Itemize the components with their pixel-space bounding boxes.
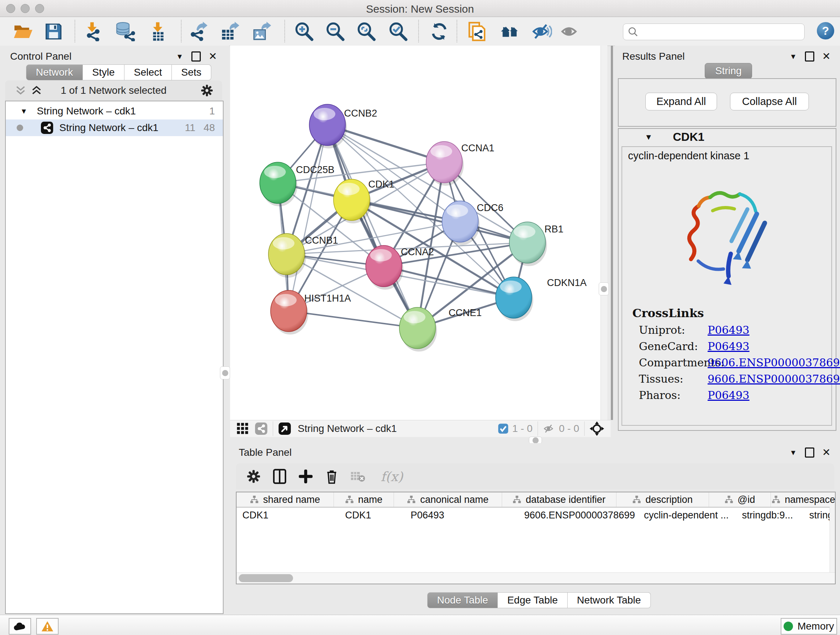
network-canvas[interactable]: CCNB2CCNA1CDC25BCDK1CDC6RB1CCNB1CCNA2CDK…	[230, 46, 600, 420]
warning-button[interactable]	[36, 618, 58, 635]
collapse-all-button[interactable]: Collapse All	[730, 93, 809, 111]
show-columns-icon[interactable]	[271, 468, 288, 485]
zoom-selected-button[interactable]	[388, 21, 408, 42]
apply-layout-button[interactable]	[429, 21, 449, 42]
column-header-namespace[interactable]: namespace	[771, 492, 836, 507]
results-panel-menu-icon[interactable]: ▼	[790, 52, 797, 61]
tab-network-table[interactable]: Network Table	[568, 592, 651, 608]
export-network-button[interactable]	[188, 21, 208, 42]
network-node-CCNA2[interactable]: CCNA2	[366, 245, 434, 290]
right-splitter-handle[interactable]	[599, 282, 609, 295]
network-node-CDC25B[interactable]: CDC25B	[260, 162, 335, 206]
help-icon[interactable]: ?	[817, 22, 834, 40]
show-graphics-details-button[interactable]	[560, 21, 580, 42]
network-edge-CCNA1-CCNE1[interactable]	[417, 162, 444, 328]
network-view-icon[interactable]	[255, 422, 268, 435]
home-button[interactable]	[500, 21, 520, 42]
table-horizontal-scrollbar[interactable]	[237, 572, 835, 584]
gene-section-header[interactable]: ▼ CDK1	[619, 129, 836, 146]
copy-network-button[interactable]	[467, 21, 488, 42]
column-header-id[interactable]: @id	[709, 492, 771, 507]
grid-view-icon[interactable]	[237, 423, 249, 435]
cloud-button[interactable]	[9, 618, 31, 635]
control-panel-close-icon[interactable]: ✕	[209, 51, 217, 62]
scrollbar-thumb[interactable]	[239, 574, 293, 582]
table-mode-gear-icon[interactable]	[245, 468, 262, 485]
table-vertical-scrollbar[interactable]	[829, 507, 835, 573]
crosslink-link[interactable]: P06493	[707, 324, 750, 336]
network-node-RB1[interactable]: RB1	[509, 222, 564, 266]
crosslink-link[interactable]: 9606.ENSP00000378699	[707, 356, 840, 369]
gene-expander-icon[interactable]: ▼	[645, 133, 653, 142]
horizontal-splitter-handle[interactable]	[529, 437, 542, 444]
export-table-button[interactable]	[220, 21, 240, 42]
attribute-type-icon	[345, 495, 354, 504]
table-panel-float-icon[interactable]	[805, 448, 814, 458]
network-row[interactable]: String Network – cdk1 11 48	[6, 119, 223, 136]
export-image-button[interactable]	[252, 21, 272, 42]
birdseye-view-icon[interactable]	[590, 421, 604, 436]
tab-node-table[interactable]: Node Table	[427, 592, 498, 608]
network-collection-row[interactable]: ▼ String Network – cdk1 1	[6, 103, 223, 119]
tab-style[interactable]: Style	[83, 65, 125, 80]
column-header-canonicalname[interactable]: canonical name	[394, 492, 502, 507]
save-session-button[interactable]	[43, 21, 64, 42]
column-header-name[interactable]: name	[334, 492, 394, 507]
column-header-sharedname[interactable]: shared name	[237, 492, 334, 507]
crosslink-row: GeneCard:P06493	[639, 340, 840, 353]
network-list-toolbar: 1 of 1 Network selected	[5, 80, 222, 101]
results-tab-string[interactable]: String	[705, 63, 752, 79]
tab-edge-table[interactable]: Edge Table	[498, 592, 568, 608]
delete-columns-trash-icon[interactable]	[324, 468, 340, 485]
toolbar-separator	[284, 20, 285, 42]
gene-section: ▼ CDK1 cyclin-dependent kinase 1	[618, 128, 836, 431]
zoom-fit-content-button[interactable]	[356, 21, 376, 42]
tab-sets[interactable]: Sets	[172, 65, 211, 80]
crosslink-label: Compartments:	[639, 356, 707, 369]
import-network-database-button[interactable]	[115, 21, 135, 42]
toolbar-separator	[456, 20, 457, 42]
network-node-CDKN1A[interactable]: CDKN1A	[496, 277, 587, 321]
table-panel-menu-icon[interactable]: ▼	[790, 448, 797, 457]
collection-expander-icon[interactable]: ▼	[20, 107, 27, 116]
crosslink-link[interactable]: P06493	[707, 340, 750, 353]
zoom-out-button[interactable]	[325, 21, 345, 42]
import-table-file-button[interactable]	[148, 21, 168, 42]
hide-graphics-details-button[interactable]	[532, 21, 552, 42]
network-right-scroll-strip[interactable]	[600, 46, 607, 420]
table-row[interactable]: CDK1CDK1P064939606.ENSP00000378699cyclin…	[237, 508, 835, 523]
tab-select[interactable]: Select	[125, 65, 172, 80]
control-panel-menu-icon[interactable]: ▼	[176, 52, 183, 61]
crosslink-link[interactable]: P06493	[707, 389, 750, 402]
cytoscape-window: Session: New Session	[0, 0, 840, 635]
table-cell: P06493	[405, 508, 518, 523]
left-splitter-handle[interactable]	[220, 366, 230, 379]
tab-network[interactable]: Network	[26, 65, 83, 80]
network-node-HIST1H1A[interactable]: HIST1H1A	[271, 290, 351, 334]
selected-checkbox-icon[interactable]	[498, 423, 508, 434]
table-panel-close-icon[interactable]: ✕	[822, 448, 831, 458]
open-session-button[interactable]	[13, 21, 33, 42]
results-panel-float-icon[interactable]	[805, 51, 814, 62]
zoom-in-button[interactable]	[294, 21, 314, 42]
import-network-file-button[interactable]	[82, 21, 103, 42]
node-label-CDK1: CDK1	[368, 179, 394, 190]
create-column-icon[interactable]	[297, 468, 314, 485]
table-tabs: Node TableEdge TableNetwork Table	[427, 592, 651, 608]
crosslink-link[interactable]: 9606.ENSP00000378699	[707, 372, 840, 385]
node-table: shared namenamecanonical namedatabase id…	[236, 492, 836, 584]
vertical-divider[interactable]	[611, 46, 613, 420]
network-options-gear-icon[interactable]	[201, 84, 213, 97]
search-input[interactable]	[641, 25, 804, 39]
results-panel-close-icon[interactable]: ✕	[822, 51, 831, 62]
detach-view-icon[interactable]	[278, 422, 291, 435]
memory-button[interactable]: Memory	[781, 618, 837, 635]
network-node-CCNB2[interactable]: CCNB2	[309, 104, 377, 149]
expand-all-button[interactable]: Expand All	[645, 93, 717, 111]
network-node-CCNA1[interactable]: CCNA1	[426, 141, 494, 186]
column-header-databaseidentifier[interactable]: database identifier	[502, 492, 616, 507]
network-node-CDK1[interactable]: CDK1	[333, 179, 394, 223]
control-panel-float-icon[interactable]	[191, 51, 201, 62]
network-node-CCNE1[interactable]: CCNE1	[399, 307, 482, 352]
column-header-description[interactable]: description	[616, 492, 709, 507]
